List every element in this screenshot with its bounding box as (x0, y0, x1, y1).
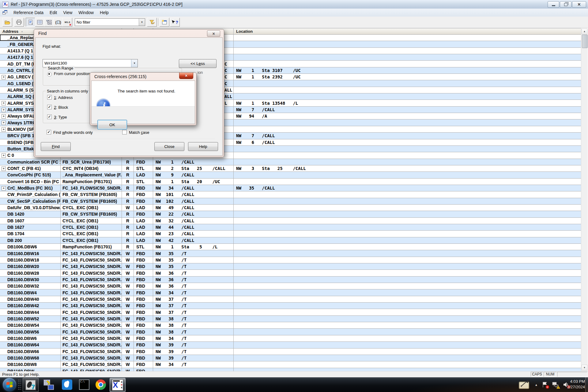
taskbar-item-blue-app[interactable] (59, 378, 75, 391)
open-button[interactable] (2, 18, 12, 27)
block-cell: CYCL_EXC (OB1) (62, 205, 98, 210)
table-row[interactable]: DB1160.DBW54FC_143_FLOWSIC50_SND/R...WFB… (0, 322, 581, 329)
table-row[interactable]: DB1160.DBW64FC_143_FLOWSIC50_SND/R...WFB… (0, 342, 581, 348)
assignment-view-button[interactable] (35, 18, 45, 27)
table-row[interactable]: Communication SCR (FC 1...FB_SCR_Urea (F… (0, 159, 581, 165)
match-case-checkbox[interactable] (122, 130, 127, 134)
table-row[interactable]: DB 1627CYCL_EXC (OB1)RLADNW 44 /CALL (0, 224, 581, 231)
taskbar-item-simatic-manager[interactable]: 7 (23, 378, 39, 392)
less-button[interactable]: << Less (179, 59, 217, 68)
table-row[interactable]: DB1160.DBW52FC_143_FLOWSIC50_SND/R...WFB… (0, 316, 581, 322)
expander-plus-icon[interactable]: + (2, 127, 6, 132)
tablet-input-tray-icon[interactable] (519, 380, 530, 389)
network-tray-icon[interactable]: ! (552, 382, 559, 388)
taskbar-item-chrome[interactable] (93, 378, 108, 391)
taskbar-clock[interactable]: 4:03 PM 2/27/2024 (567, 379, 585, 390)
menu-item-window[interactable]: Window (75, 9, 97, 16)
scroll-down-button[interactable]: ▼ (582, 365, 587, 371)
program-structure-button[interactable] (44, 18, 54, 27)
filter-value: No filter (77, 20, 139, 24)
show-cross-references-button[interactable] (26, 18, 36, 27)
unused-symbols-button[interactable]: () (53, 18, 63, 27)
table-row[interactable]: DB1160.DBW56FC_143_FLOWSIC50_SND/R...WFB… (0, 329, 581, 335)
show-hidden-icons-button[interactable]: ▲ (535, 383, 538, 386)
table-row[interactable]: DB1160.DBW28FC_143_FLOWSIC50_SND/R...WFB… (0, 270, 581, 276)
table-row[interactable]: CW_SecSP_Calculation (F...FB_CW_SYSTEM (… (0, 198, 581, 205)
message-box-close-button[interactable]: × (179, 73, 193, 79)
mdi-system-menu-icon[interactable] (2, 10, 8, 15)
volume-tray-icon[interactable]: × (563, 382, 569, 388)
taskbar-item-cross-references-active[interactable]: X xox (110, 378, 126, 392)
new-window-button[interactable] (160, 18, 169, 27)
menu-item-edit[interactable]: Edit (47, 9, 60, 16)
location2-cell: NW 6 /CALL (236, 140, 275, 145)
block-checkbox[interactable]: ✓ (47, 105, 52, 109)
close-button[interactable]: ✕ (572, 1, 586, 8)
table-row[interactable]: DB 1420FB_CW_SYSTEM (FB1605)RFBDNW 22 /C… (0, 211, 581, 217)
type-checkbox[interactable]: ✓ (47, 115, 52, 119)
expander-plus-icon[interactable]: + (2, 167, 6, 171)
expander-plus-icon[interactable]: + (2, 108, 6, 112)
find-dialog-titlebar[interactable]: Find (34, 29, 224, 37)
minimize-button[interactable] (548, 1, 559, 8)
chevron-down-icon[interactable]: ▼ (139, 19, 145, 26)
table-row[interactable]: DB 1607CYCL_EXC (OB1)RLADNW 32 /CALL (0, 218, 581, 224)
table-row[interactable]: DB1160.DBW4FC_143_FLOWSIC50_SND/R...WFBD… (0, 289, 581, 296)
menu-item-reference-data[interactable]: Reference Data (10, 9, 47, 16)
help-button[interactable]: Help (188, 142, 218, 151)
vertical-scrollbar[interactable]: ▲ ▼ (581, 28, 588, 371)
taskbar-item-command-prompt[interactable]: C:\ (77, 378, 92, 391)
table-row[interactable]: DB 1704CYCL_EXC (OB1)RLADNW 23 /CALL (0, 231, 581, 237)
table-row[interactable]: DB1160.DBW16FC_143_FLOWSIC50_SND/R...WFB… (0, 250, 581, 257)
table-row[interactable]: ConvCosPhi (FC 515)_Ana_Replacement_Valu… (0, 172, 581, 178)
expander-plus-icon[interactable]: + (2, 101, 6, 105)
table-row[interactable]: DatUhr_DB_V3.0.DTShow...CYCL_EXC (OB1)WL… (0, 205, 581, 211)
expander-plus-icon[interactable]: + (2, 153, 6, 158)
restore-button[interactable] (560, 1, 571, 8)
addresses-without-symbol-button[interactable]: M1.0× (62, 18, 72, 27)
scrollbar-thumb[interactable] (582, 35, 588, 48)
filter-combobox[interactable]: No filter ▼ (75, 18, 145, 26)
edit-filter-button[interactable] (147, 18, 157, 27)
table-row[interactable]: DB1160.DBW66FC_143_FLOWSIC50_SND/R...WFB… (0, 349, 581, 355)
table-row[interactable]: DB1160.DBW18FC_143_FLOWSIC50_SND/R...WFB… (0, 257, 581, 263)
expander-plus-icon[interactable]: + (2, 114, 6, 119)
table-row[interactable]: Convert 16 BCD - Bin (FC ...RampFunction… (0, 179, 581, 185)
menu-item-help[interactable]: Help (97, 9, 112, 16)
context-help-button[interactable]: ? (170, 18, 180, 27)
table-row[interactable]: CW_PrimSP_Calculation (F...FB_CW_SYSTEM … (0, 191, 581, 198)
table-row[interactable]: DB1160.DBW6FC_143_FLOWSIC50_SND/R...WFBD… (0, 335, 581, 342)
table-row[interactable]: DB1160.DBW20FC_143_FLOWSIC50_SND/R...WFB… (0, 263, 581, 270)
action-center-tray-icon[interactable]: × (542, 382, 548, 388)
address-checkbox[interactable]: ✓ (47, 95, 52, 100)
show-desktop-button[interactable] (585, 377, 588, 392)
whole-words-checkbox[interactable]: ✓ (47, 130, 51, 134)
scroll-up-button[interactable]: ▲ (582, 28, 587, 34)
menu-item-view[interactable]: View (60, 9, 75, 16)
expander-plus-icon[interactable]: + (2, 75, 6, 79)
column-header-location2[interactable]: Location (234, 28, 581, 35)
table-row[interactable]: DB1160.DBW44FC_143_FLOWSIC50_SND/R...WFB… (0, 309, 581, 315)
table-row[interactable]: DB1160.DBW30FC_143_FLOWSIC50_SND/R...WFB… (0, 277, 581, 283)
table-row[interactable]: DB1160.DBW32FC_143_FLOWSIC50_SND/R...WFB… (0, 283, 581, 289)
expander-plus-icon[interactable]: + (2, 186, 6, 190)
table-row[interactable]: +CrC_ModBus (FC 301)FC_143_FLOWSIC50_SND… (0, 185, 581, 191)
table-row[interactable]: DB 200CYCL_EXC (OB1)RLADNW 42 /CALL (0, 237, 581, 244)
find-dialog-close-button[interactable]: × (207, 30, 220, 37)
table-row[interactable]: +CONT_C (FB 41)CYC_INT4 (OB34)RSTLNW 2 S… (0, 165, 581, 172)
table-row[interactable]: DB1160.DBW40FC_143_FLOWSIC50_SND/R...WFB… (0, 296, 581, 303)
start-button[interactable] (3, 378, 16, 391)
table-row[interactable]: DB1160.DBW8FC_143_FLOWSIC50_SND/R...WFBD… (0, 361, 581, 368)
expander-plus-icon[interactable]: + (2, 121, 6, 125)
chevron-down-icon[interactable]: ▼ (131, 59, 138, 67)
from-cursor-radio[interactable] (47, 72, 52, 77)
find-button[interactable]: Find (41, 142, 71, 151)
table-row[interactable]: DB1006.DBW6RampFunction (FB1701)RSTLNW 1… (0, 244, 581, 250)
taskbar-item-hw-config[interactable] (41, 378, 56, 391)
table-row[interactable]: DB1160.DBW42FC_143_FLOWSIC50_SND/R...WFB… (0, 303, 581, 309)
close-dialog-button[interactable]: Close (154, 142, 184, 151)
window-titlebar[interactable]: Xo Ref - [S7-Programm(3) (Cross-referenc… (0, 0, 588, 9)
table-row[interactable]: DB1160.DBW68FC_143_FLOWSIC50_SND/R...WFB… (0, 355, 581, 361)
ok-button[interactable]: OK (97, 120, 127, 130)
print-button[interactable] (14, 18, 24, 27)
